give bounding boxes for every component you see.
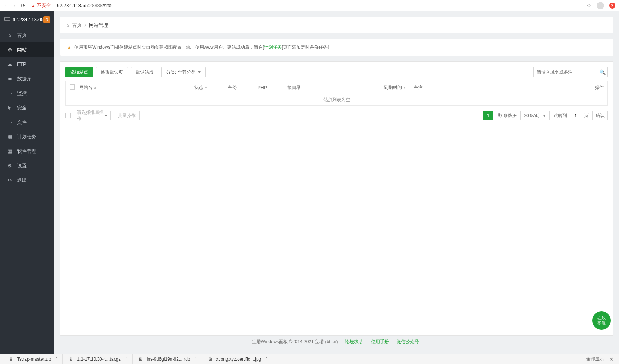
warning-icon: ▲ [67,45,71,50]
sidebar-item-ftp[interactable]: ☁FTP [0,57,54,71]
empty-state: 站点列表为空 [66,94,607,105]
sidebar: 62.234.118.65 0 ⌂首页 ⊕网站 ☁FTP ≣数据库 ▭监控 ⛨安… [0,11,54,354]
folder-icon: ▭ [7,119,13,125]
sidebar-item-home[interactable]: ⌂首页 [0,28,54,42]
bulk-select-all[interactable] [65,113,71,118]
home-crumb-icon: ⌂ [66,22,69,28]
sidebar-item-security[interactable]: ⛨安全 [0,100,54,115]
search-box: 🔍 [533,67,608,77]
select-all-checkbox[interactable] [70,84,75,90]
chevron-down-icon [198,71,201,73]
jpg-icon: 🗎 [207,356,213,362]
forward-button[interactable]: → [10,2,17,9]
sort-icon: ▼ [403,86,406,90]
zip-icon: 🗎 [8,356,14,362]
search-icon: 🔍 [599,69,606,75]
bookmark-icon[interactable]: ☆ [586,2,591,9]
database-icon: ≣ [7,76,13,81]
browser-toolbar: ← → ⟳ ▲ 不安全 | 62.234.118.65:28888/site ☆… [0,0,619,11]
info-tip: ▲ 使用宝塔Windows面板创建站点时会自动创建权限配置，统一使用www用户。… [60,39,613,56]
shield-icon: ⛨ [7,105,13,110]
page-current[interactable]: 1 [483,111,493,120]
bulk-action-select[interactable]: 请选择批量操作 [74,111,111,120]
insecure-label: 不安全 [37,2,51,9]
sort-icon: ▼ [204,86,208,90]
crumb-current: 网站管理 [89,22,108,29]
sidebar-header[interactable]: 62.234.118.65 0 [0,11,54,28]
online-service-button[interactable]: 在线 客服 [592,311,611,330]
modify-default-button[interactable]: 修改默认页 [96,67,128,77]
sidebar-item-website[interactable]: ⊕网站 [0,42,54,57]
logout-icon: ↦ [7,177,13,183]
search-input[interactable] [534,70,597,75]
reload-button[interactable]: ⟳ [21,3,25,9]
table-header: 网站名▲ 状态▼ 备份 PHP 根目录 到期时间▼ 备注 操作 [66,81,607,94]
monitor-icon [4,17,10,22]
bulk-action-button[interactable]: 批量操作 [114,111,140,120]
category-select[interactable]: 分类: 全部分类 [161,67,206,77]
close-downloads-bar[interactable]: ✕ [609,356,614,362]
svg-rect-1 [6,22,9,22]
chevron-down-icon [104,115,107,117]
download-item[interactable]: 🗎1.1-17.10.30-r....tar.gz˄ [63,354,132,364]
extension-icon[interactable]: ✖ [609,3,615,9]
page-size-select[interactable]: 20条/页▼ [520,111,550,120]
footer: 宝塔Windows面板 ©2014-2021 宝塔 (bt.cn) 论坛求助 |… [60,336,613,348]
footer-link-wechat[interactable]: 微信公众号 [397,339,419,344]
total-count: 共0条数据 [497,113,517,119]
monitor-nav-icon: ▭ [7,90,13,96]
address-bar[interactable]: ▲ 不安全 | 62.234.118.65:28888/site [31,0,586,11]
main-content: ⌂ 首页 / 网站管理 ▲ 使用宝塔Windows面板创建站点时会自动创建权限配… [54,11,619,354]
downloads-bar: 🗎Tstrap-master.zip˄ 🗎1.1-17.10.30-r....t… [0,354,619,364]
search-button[interactable]: 🔍 [597,67,607,77]
chevron-up-icon[interactable]: ˄ [125,357,127,361]
page-unit: 页 [584,113,589,119]
globe-icon: ⊕ [7,47,13,52]
default-site-button[interactable]: 默认站点 [131,67,158,77]
sidebar-item-database[interactable]: ≣数据库 [0,71,54,86]
jump-label: 跳转到 [554,113,567,119]
toolbar: 添加站点 修改默认页 默认站点 分类: 全部分类 🔍 [65,67,608,77]
calendar-icon: ▦ [7,134,13,139]
download-item[interactable]: 🗎ins-9d6gl19n-62....rdp˄ [133,354,202,364]
tip-link[interactable]: 计划任务 [264,45,282,50]
footer-link-manual[interactable]: 使用手册 [371,339,389,344]
svg-rect-0 [5,17,10,21]
chevron-up-icon[interactable]: ˄ [195,357,197,361]
url-path: /site [103,3,112,8]
sidebar-item-monitor[interactable]: ▭监控 [0,86,54,100]
jump-confirm-button[interactable]: 确认 [592,111,608,120]
breadcrumb: ⌂ 首页 / 网站管理 [60,17,613,33]
site-table: 网站名▲ 状态▼ 备份 PHP 根目录 到期时间▼ 备注 操作 站点列表为空 [65,81,608,106]
url-port: :28888 [88,3,103,8]
server-ip: 62.234.118.65 [13,17,43,22]
pagination-row: 请选择批量操作 批量操作 1 共0条数据 20条/页▼ 跳转到 页 确认 [65,111,608,120]
sort-icon: ▲ [93,86,97,90]
gz-icon: 🗎 [68,356,74,362]
insecure-icon: ▲ [31,3,35,8]
jump-input[interactable] [571,111,580,120]
show-all-downloads[interactable]: 全部显示 [586,356,604,362]
rdp-icon: 🗎 [138,356,144,362]
crumb-home[interactable]: 首页 [72,22,82,29]
home-icon: ⌂ [7,32,13,38]
ftp-icon: ☁ [7,61,13,67]
add-site-button[interactable]: 添加站点 [65,67,93,77]
download-item[interactable]: 🗎Tstrap-master.zip˄ [3,354,63,364]
chevron-up-icon[interactable]: ˄ [55,357,57,361]
sidebar-item-software[interactable]: ▦软件管理 [0,144,54,158]
download-item[interactable]: 🗎xcong.xyz.certific....jpg˄ [202,354,273,364]
chevron-up-icon[interactable]: ˄ [265,357,267,361]
message-badge[interactable]: 0 [43,16,50,23]
apps-icon: ▦ [7,148,13,154]
sidebar-item-cron[interactable]: ▦计划任务 [0,129,54,144]
sidebar-item-files[interactable]: ▭文件 [0,115,54,129]
gear-icon: ⚙ [7,163,13,168]
site-panel: 添加站点 修改默认页 默认站点 分类: 全部分类 🔍 网站名▲ 状态▼ 备份 P… [60,61,613,336]
back-button[interactable]: ← [4,2,10,9]
url-host: 62.234.118.65 [57,3,88,8]
sidebar-item-logout[interactable]: ↦退出 [0,173,54,187]
profile-avatar[interactable] [597,2,604,9]
sidebar-item-settings[interactable]: ⚙设置 [0,158,54,173]
footer-link-forum[interactable]: 论坛求助 [345,339,363,344]
